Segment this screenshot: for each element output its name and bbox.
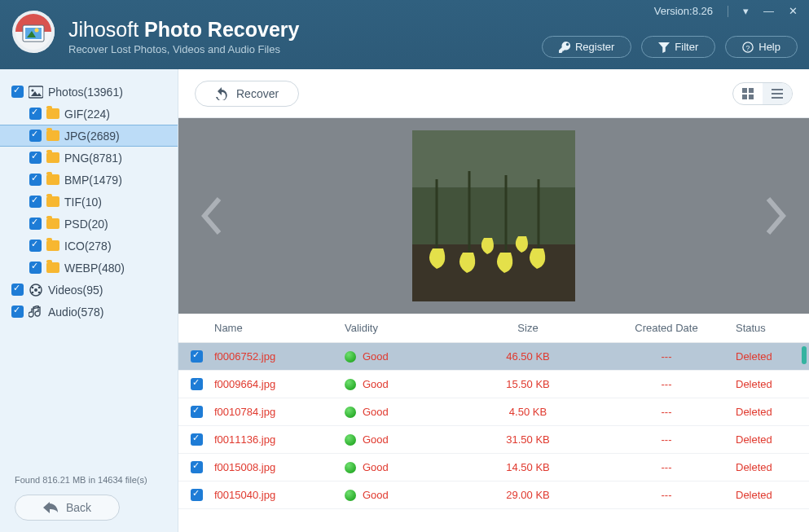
file-status: Deleted <box>736 461 809 473</box>
checkbox[interactable] <box>29 240 42 252</box>
recover-label: Recover <box>236 87 279 100</box>
sidebar-item-videos[interactable]: Videos(95) <box>0 279 178 301</box>
sidebar-item-png[interactable]: PNG(8781) <box>0 147 178 169</box>
table-row[interactable]: f0006752.jpgGood46.50 KB---Deleted <box>178 343 809 371</box>
checkbox[interactable] <box>191 406 203 418</box>
sidebar-item-bmp[interactable]: BMP(1479) <box>0 169 178 191</box>
checkbox[interactable] <box>11 86 24 98</box>
file-validity: Good <box>345 406 459 418</box>
file-date: --- <box>597 489 736 501</box>
svg-point-4 <box>35 29 39 33</box>
list-icon <box>772 88 783 99</box>
preview-prev-button[interactable] <box>198 196 226 236</box>
checkbox[interactable] <box>191 489 203 501</box>
sidebar-label: Photos(13961) <box>48 86 123 99</box>
col-name[interactable]: Name <box>214 322 345 334</box>
status-dot-icon <box>345 490 356 501</box>
folder-icon <box>46 196 59 207</box>
checkbox[interactable] <box>29 196 42 208</box>
view-toggle <box>732 82 793 105</box>
checkbox[interactable] <box>191 461 203 473</box>
sidebar-label: Videos(95) <box>48 284 103 297</box>
svg-rect-17 <box>742 88 747 93</box>
sidebar-item-tif[interactable]: TIF(10) <box>0 191 178 213</box>
svg-rect-21 <box>772 89 783 90</box>
list-view-button[interactable] <box>763 83 792 104</box>
checkbox[interactable] <box>191 433 203 446</box>
scrollbar-thumb[interactable] <box>802 346 807 364</box>
file-size: 14.50 KB <box>459 461 597 473</box>
restore-icon <box>215 87 228 100</box>
sidebar-item-ico[interactable]: ICO(278) <box>0 235 178 257</box>
folder-icon <box>46 152 59 163</box>
recover-button[interactable]: Recover <box>195 81 299 107</box>
table-row[interactable]: f0011136.jpgGood31.50 KB---Deleted <box>178 426 809 454</box>
status-dot-icon <box>345 407 356 418</box>
table-row[interactable]: f0010784.jpgGood4.50 KB---Deleted <box>178 398 809 426</box>
checkbox[interactable] <box>29 218 42 230</box>
sidebar-item-jpg[interactable]: JPG(2689) <box>0 125 178 147</box>
checkbox[interactable] <box>29 152 42 164</box>
file-date: --- <box>597 461 736 473</box>
filter-label: Filter <box>675 41 698 53</box>
sidebar-item-psd[interactable]: PSD(20) <box>0 213 178 235</box>
chevron-right-icon <box>762 196 789 236</box>
back-button[interactable]: Back <box>15 495 120 521</box>
col-date[interactable]: Created Date <box>597 322 736 334</box>
dropdown-icon[interactable]: ▾ <box>743 5 749 17</box>
svg-rect-22 <box>772 93 783 95</box>
col-validity[interactable]: Validity <box>345 322 459 334</box>
back-arrow-icon <box>43 502 58 513</box>
file-name: f0015040.jpg <box>214 489 345 501</box>
checkbox[interactable] <box>191 378 203 390</box>
svg-point-14 <box>38 286 41 288</box>
svg-marker-10 <box>37 93 42 96</box>
svg-point-13 <box>32 286 34 288</box>
folder-icon <box>46 218 59 229</box>
svg-point-16 <box>38 291 41 293</box>
video-icon <box>29 284 43 297</box>
grid-view-button[interactable] <box>733 83 763 104</box>
checkbox[interactable] <box>191 350 203 363</box>
file-validity: Good <box>345 378 459 390</box>
sidebar-item-photos[interactable]: Photos(13961) <box>0 81 178 103</box>
svg-rect-19 <box>742 95 747 99</box>
preview-next-button[interactable] <box>762 196 789 236</box>
main-pane: Recover <box>178 69 809 532</box>
file-name: f0006752.jpg <box>214 350 345 363</box>
file-validity: Good <box>345 461 459 473</box>
sidebar-label: PSD(20) <box>64 218 108 231</box>
close-icon[interactable]: ✕ <box>789 5 798 17</box>
checkbox[interactable] <box>29 130 42 142</box>
file-date: --- <box>597 378 736 390</box>
help-label: Help <box>758 41 780 53</box>
audio-icon <box>29 306 43 319</box>
table-row[interactable]: f0015040.jpgGood29.00 KB---Deleted <box>178 481 809 509</box>
table-row[interactable]: f0009664.jpgGood15.50 KB---Deleted <box>178 371 809 398</box>
minimize-icon[interactable]: — <box>763 5 774 17</box>
file-name: f0010784.jpg <box>214 406 345 418</box>
filter-button[interactable]: Filter <box>641 36 715 58</box>
toolbar: Recover <box>178 69 809 118</box>
checkbox[interactable] <box>29 174 42 186</box>
checkbox[interactable] <box>29 262 42 274</box>
window-controls: Version:8.26 ▾ — ✕ <box>654 5 798 17</box>
sidebar-label: GIF(224) <box>64 108 110 121</box>
table-row[interactable]: f0015008.jpgGood14.50 KB---Deleted <box>178 454 809 481</box>
sidebar-label: BMP(1479) <box>64 174 122 187</box>
file-size: 46.50 KB <box>459 350 597 363</box>
col-size[interactable]: Size <box>459 322 597 334</box>
checkbox[interactable] <box>29 108 42 120</box>
sidebar-item-gif[interactable]: GIF(224) <box>0 103 178 125</box>
col-status[interactable]: Status <box>736 322 809 334</box>
register-button[interactable]: Register <box>542 36 631 58</box>
sidebar-label: PNG(8781) <box>64 152 122 165</box>
checkbox[interactable] <box>11 284 24 296</box>
checkbox[interactable] <box>11 306 24 318</box>
folder-icon <box>46 130 59 141</box>
table-header: Name Validity Size Created Date Status <box>178 314 809 343</box>
help-button[interactable]: ? Help <box>725 36 798 58</box>
sidebar-item-audio[interactable]: Audio(578) <box>0 301 178 323</box>
sidebar-item-webp[interactable]: WEBP(480) <box>0 257 178 279</box>
folder-icon <box>46 262 59 273</box>
